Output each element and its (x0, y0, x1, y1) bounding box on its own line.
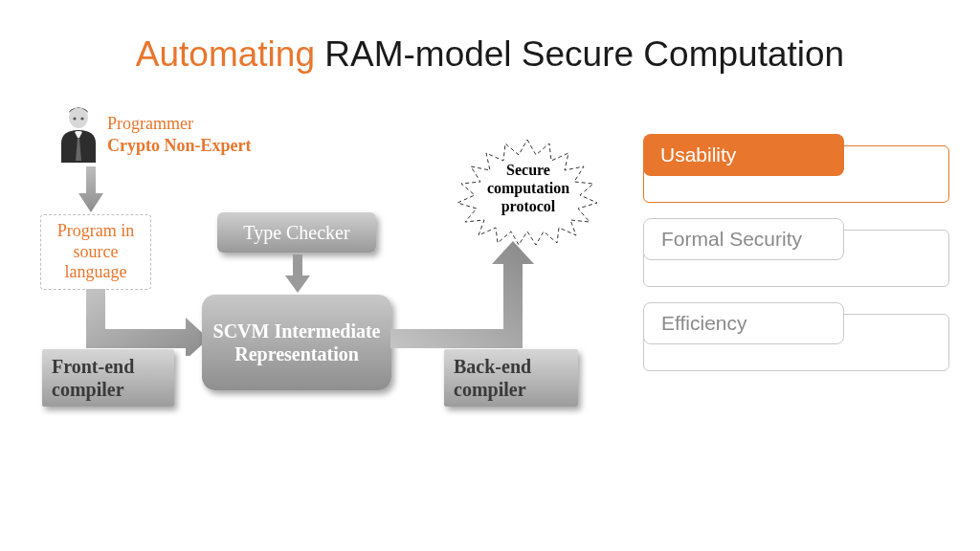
arrow-down-icon (77, 166, 105, 212)
frontend-compiler-box: Front-end compiler (42, 349, 174, 407)
programmer-sublabel: Crypto Non-Expert (107, 135, 252, 157)
svg-point-2 (80, 117, 83, 120)
arrow-down-icon (283, 254, 312, 293)
backend-compiler-box: Back-end compiler (444, 349, 578, 407)
arrow-elbow-right-icon (82, 289, 209, 356)
tab-efficiency: Efficiency (643, 302, 951, 381)
svg-point-1 (73, 117, 76, 120)
title-rest: RAM-model Secure Computation (315, 34, 844, 74)
arrow-elbow-up-icon (390, 241, 544, 356)
svg-point-0 (69, 107, 88, 128)
programmer-icon (56, 105, 101, 163)
type-checker-box: Type Checker (217, 212, 376, 253)
source-program-box: Program in source language (40, 214, 151, 290)
scvm-box: SCVM Intermediate Representation (202, 295, 391, 390)
tab-formal-security: Formal Security (643, 218, 951, 297)
starburst-label: Secure computation protocol (469, 161, 588, 216)
tab-usability-label: Usability (643, 134, 844, 176)
programmer-label: Programmer Crypto Non-Expert (107, 113, 252, 156)
tab-usability: Usability (643, 134, 951, 212)
programmer-role: Programmer (107, 113, 252, 135)
tab-formal-security-label: Formal Security (643, 218, 844, 260)
title-accent: Automating (136, 34, 315, 74)
properties-tabs: Usability Formal Security Efficiency (643, 134, 951, 386)
slide-title: Automating RAM-model Secure Computation (0, 34, 980, 75)
tab-efficiency-label: Efficiency (643, 302, 844, 344)
